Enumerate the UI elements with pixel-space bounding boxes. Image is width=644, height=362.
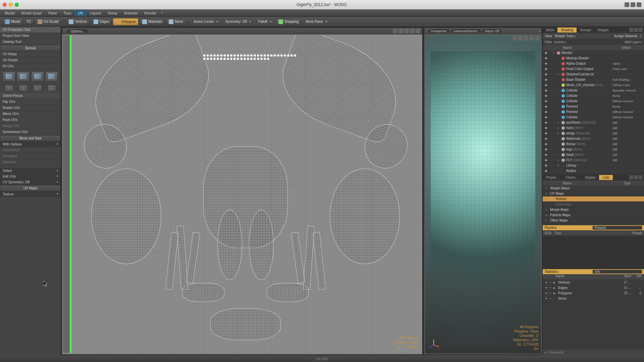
statistics-tree[interactable]: +−▸Vertices27 ......+−▸Edges51 ......+−▸… [543,280,644,303]
persp-mode-dropdown[interactable]: Perspective [428,29,449,33]
visibility-icon[interactable] [544,169,548,173]
presets-tab[interactable]: Presets [593,226,642,230]
minimize-window-icon[interactable] [9,3,13,7]
shader-row[interactable]: ▸hairs (Item)(all) [543,125,644,131]
pipeline-tab[interactable]: Pipeline [545,226,592,230]
arrow-left-icon[interactable]: ← [33,85,42,92]
persp-raygl-dropdown[interactable]: RayGL Off [482,29,502,33]
shader-row[interactable]: thorax (Item)(all) [543,141,644,147]
visibility-icon[interactable] [544,110,548,114]
mirror-uvs[interactable]: Mirror UVs [0,111,61,117]
shader-row[interactable]: CellularDiffuse Amount [543,99,644,104]
panel-gear-icon[interactable] [634,175,638,179]
unwrap-tool[interactable]: Unwrap Tool [0,39,61,45]
shader-row[interactable]: ▸Library [543,163,644,168]
arrow-down-icon[interactable]: ↓ [19,85,28,92]
uv-relax[interactable]: UV Relax [0,51,61,57]
pan-icon[interactable] [393,28,397,33]
visibility-icon[interactable] [544,56,548,60]
perspective-viewport[interactable]: ◦ Perspective AdvancedOpenGL RayGL Off ▸ [424,27,542,355]
visibility-icon[interactable] [544,72,548,76]
uv-projection-tool[interactable]: UV Projection Tool [0,27,61,33]
layout-tab-render[interactable]: Render [141,10,160,16]
persp-shading-dropdown[interactable]: AdvancedOpenGL [451,29,481,33]
shader-tree-dropdown[interactable]: Shader Tree [555,34,575,38]
shader-row[interactable]: Base ShaderFull Shading [543,77,644,82]
align-tool-2[interactable] [17,71,30,81]
zoom-window-icon[interactable] [15,3,19,7]
panel-close-icon[interactable] [639,175,643,179]
persp-canvas[interactable]: All Polygons Polygons : Face Channels : … [425,35,541,354]
edit-uvs-dropdown[interactable]: Edit UVs [0,174,61,179]
assign-material-button[interactable]: Assign Material [614,34,637,38]
move-and-sew[interactable]: Move and Sew [0,135,61,141]
visibility-icon[interactable] [544,137,548,141]
zoom-icon[interactable] [398,28,403,33]
shader-row[interactable]: Nodes [543,168,644,174]
command-label[interactable]: Command [548,351,564,354]
spread-button[interactable]: Spread [0,45,61,51]
window-control-icon[interactable] [631,2,635,7]
list-row[interactable]: TextureUV [543,196,644,202]
merge-uvs[interactable]: Merge UVs [0,123,61,129]
select-dropdown[interactable]: Select [0,168,61,174]
tab-groups[interactable]: Groups [577,27,594,33]
shader-row[interactable]: ▸ShadowCatcher.lxl [543,72,644,77]
rotate-uvs[interactable]: Rotate UVs [0,105,61,111]
panel-add-icon[interactable] [634,28,638,32]
symmetrize-uvs[interactable]: Symmetrize UVs [0,129,61,135]
list-row[interactable]: ▸Weight Maps [543,186,644,191]
shader-row[interactable]: Matcap Shader [543,56,644,61]
materials-button[interactable]: Materials [139,18,165,25]
visibility-icon[interactable] [544,158,548,162]
panel-expand-icon[interactable] [629,175,633,179]
nav-icon[interactable] [416,28,420,33]
falloff-dropdown[interactable]: Falloff [255,19,275,24]
visibility-icon[interactable] [544,126,548,130]
visibility-icon[interactable] [544,83,548,87]
arrow-right-icon[interactable]: → [47,85,56,92]
shader-row[interactable]: Alpha OutputAlpha [543,61,644,66]
tab-chann[interactable]: Chann... [562,175,582,180]
zoom-icon[interactable] [524,36,528,41]
tab-display[interactable]: Display [582,175,599,180]
edges-button[interactable]: Edges [91,18,112,25]
maximize-icon[interactable] [535,36,540,41]
uv-maps-header[interactable]: UV Maps [0,185,61,191]
layout-tab-uv[interactable]: UV [75,10,87,16]
shader-row[interactable]: PeenedDiffuse Amount [543,109,644,115]
visibility-icon[interactable] [544,99,548,103]
shader-row[interactable]: legs (Item)(all) [543,147,644,152]
visibility-icon[interactable] [544,62,548,66]
close-window-icon[interactable] [3,3,7,7]
info-tab[interactable]: Info [593,270,642,274]
layout-tab-paint[interactable]: Paint [45,10,60,16]
filter-dropdown[interactable]: (none) [554,40,623,44]
uv-viewport[interactable]: ◦ Options... [62,27,423,355]
list-row[interactable]: ▸Morph Maps [543,207,644,213]
action-center-dropdown[interactable]: Action Center [191,19,222,24]
uv-canvas[interactable]: All Polygons Polygons : Face GL: 1,774,4… [70,35,421,353]
flip-uvs[interactable]: Flip UVs [0,99,61,105]
tab-images[interactable]: Images [594,27,612,33]
shader-row[interactable]: ▾Render [543,50,644,56]
vertices-button[interactable]: Vertices [66,18,90,25]
uvsculpt-button[interactable]: UV Sculpt [35,18,61,25]
project-from-view[interactable]: Project from View [0,33,61,39]
fit-icon[interactable] [529,36,534,41]
visibility-icon[interactable] [544,51,548,55]
visibility-icon[interactable] [544,88,548,93]
stats-row[interactable]: +−Items [543,296,644,301]
shader-row[interactable]: head (Item)(all) [543,152,644,158]
layout-tab-animate[interactable]: Animate [121,10,141,16]
polygons-button[interactable]: Polygons [113,18,139,25]
list-row[interactable]: ▸Other Maps [543,218,644,223]
layout-tab-topo[interactable]: Topo [60,10,75,16]
pack-uvs[interactable]: Pack UVs [0,117,61,123]
tab-proper[interactable]: Proper... [543,175,562,180]
visibility-icon[interactable] [544,105,548,109]
shader-row[interactable]: ▸FLY (Material)(all) [543,158,644,163]
list-row[interactable]: ▸Particle Maps [543,213,644,218]
shader-row[interactable]: Abdoman (Item)(all) [543,136,644,141]
nav-icon[interactable] [410,28,415,33]
